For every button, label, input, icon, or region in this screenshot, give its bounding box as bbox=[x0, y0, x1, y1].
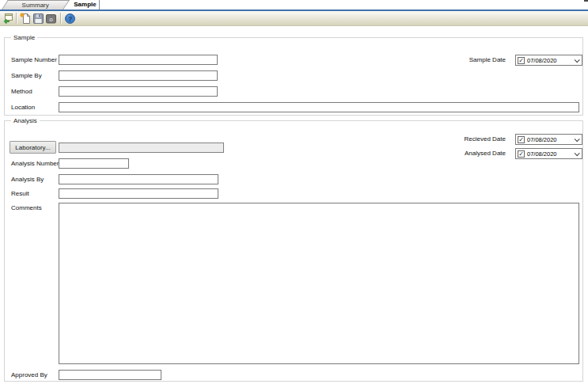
help-icon: ? bbox=[64, 15, 76, 27]
chevron-down-icon[interactable] bbox=[575, 57, 580, 63]
tab-bar: Summary Sample bbox=[0, 0, 588, 10]
analysis-by-input[interactable] bbox=[59, 174, 218, 184]
checkbox-checked-icon[interactable]: ✓ bbox=[518, 136, 525, 143]
sample-number-input[interactable] bbox=[59, 55, 218, 65]
analysed-date-picker[interactable]: ✓ 07/08/2020 bbox=[515, 148, 582, 159]
approved-by-input[interactable] bbox=[59, 370, 161, 380]
analysed-date-value: 07/08/2020 bbox=[527, 150, 557, 158]
help-button[interactable]: ? bbox=[64, 13, 76, 25]
result-label: Result bbox=[11, 188, 29, 199]
toolbar: o ? bbox=[0, 11, 588, 26]
analysis-number-input[interactable] bbox=[59, 158, 129, 169]
analysis-groupbox-legend: Analysis bbox=[11, 116, 40, 125]
tab-summary[interactable]: Summary bbox=[2, 0, 70, 10]
checkbox-checked-icon[interactable]: ✓ bbox=[518, 150, 525, 158]
record-button[interactable]: o bbox=[45, 13, 57, 25]
recieved-date-value: 07/08/2020 bbox=[527, 136, 557, 143]
analysis-groupbox: Analysis Laboratory... Recieved Date ✓ 0… bbox=[4, 120, 583, 382]
result-input[interactable] bbox=[59, 188, 218, 199]
exit-button[interactable] bbox=[2, 13, 13, 25]
svg-text:?: ? bbox=[68, 15, 72, 23]
approved-by-label: Approved By bbox=[11, 370, 47, 380]
application-window: { "tabs": [ {"label": "Summary", "active… bbox=[0, 0, 588, 384]
analysis-number-label: Analysis Number bbox=[11, 158, 59, 169]
new-document-button[interactable] bbox=[20, 13, 32, 25]
chevron-down-icon[interactable] bbox=[575, 136, 580, 142]
toolbar-separator bbox=[60, 13, 61, 24]
analysed-date-label: Analysed Date bbox=[465, 148, 506, 158]
sample-groupbox-legend: Sample bbox=[11, 33, 37, 42]
tab-sample[interactable]: Sample bbox=[71, 0, 100, 10]
svg-text:o: o bbox=[49, 16, 53, 23]
location-input[interactable] bbox=[59, 102, 579, 112]
sample-number-label: Sample Number bbox=[11, 55, 57, 65]
method-input[interactable] bbox=[59, 86, 218, 97]
method-label: Method bbox=[11, 86, 32, 97]
comments-label: Comments bbox=[11, 203, 42, 213]
window-edge-artifact bbox=[584, 0, 588, 2]
checkbox-checked-icon[interactable]: ✓ bbox=[518, 57, 525, 64]
exit-icon bbox=[2, 15, 13, 27]
save-icon bbox=[32, 15, 44, 27]
laboratory-button[interactable]: Laboratory... bbox=[9, 141, 56, 154]
record-icon: o bbox=[45, 15, 57, 27]
comments-textarea[interactable] bbox=[59, 203, 579, 364]
recieved-date-label: Recieved Date bbox=[465, 134, 506, 144]
sample-by-label: Sample By bbox=[11, 70, 42, 81]
recieved-date-picker[interactable]: ✓ 07/08/2020 bbox=[515, 134, 582, 145]
location-label: Location bbox=[11, 102, 35, 112]
sample-date-picker[interactable]: ✓ 07/08/2020 bbox=[515, 55, 582, 66]
chevron-down-icon[interactable] bbox=[575, 150, 580, 156]
sample-date-value: 07/08/2020 bbox=[527, 57, 557, 64]
analysis-by-label: Analysis By bbox=[11, 174, 44, 184]
tab-summary-label: Summary bbox=[6, 1, 66, 10]
new-document-icon bbox=[20, 15, 32, 27]
sample-by-input[interactable] bbox=[59, 70, 218, 81]
sample-date-label: Sample Date bbox=[469, 55, 506, 65]
laboratory-value-field bbox=[59, 143, 224, 153]
sample-groupbox: Sample Sample Number Sample By Method Lo… bbox=[4, 37, 583, 116]
tab-sample-label: Sample bbox=[74, 1, 96, 8]
toolbar-separator bbox=[16, 13, 17, 24]
save-button[interactable] bbox=[32, 13, 44, 25]
